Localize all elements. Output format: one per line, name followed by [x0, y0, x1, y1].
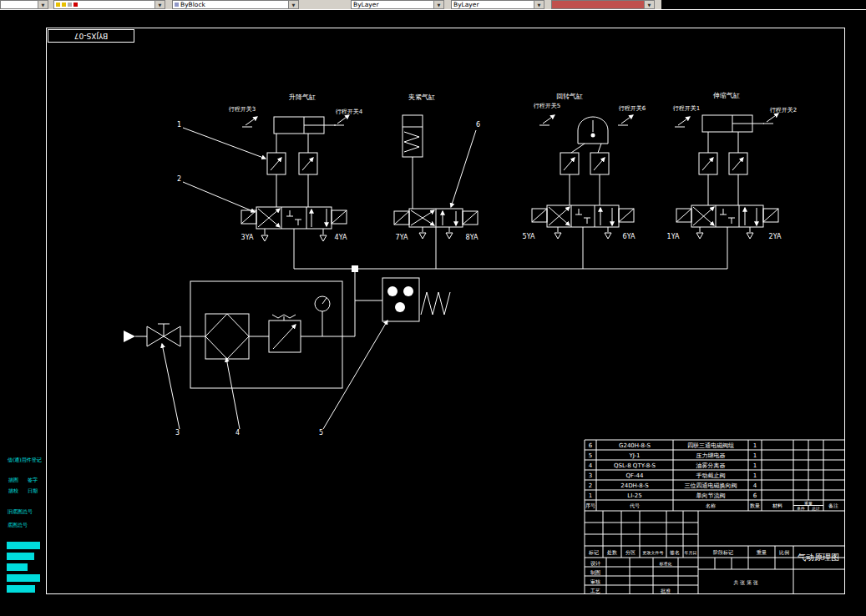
plotstyle-combo[interactable]: ▼	[551, 0, 655, 9]
layer-on-icon	[56, 3, 60, 7]
title-block[interactable]: 6 G240H-8-S 四联三通电磁阀组 1 5 YJ-1 压力继电器 1 4 …	[585, 440, 844, 594]
lineweight-combo-label: ByLayer	[453, 1, 479, 8]
limit-switch-label: 行程开关5	[534, 102, 560, 109]
margin-block	[7, 574, 40, 582]
dropdown-arrow-icon[interactable]: ▼	[154, 0, 165, 9]
margin-block	[7, 542, 40, 549]
margin-label: 签字	[28, 477, 38, 482]
dropdown-arrow-icon[interactable]: ▼	[288, 0, 299, 9]
part-no: 3	[589, 472, 592, 479]
col-header: 重量	[804, 501, 813, 506]
properties-toolbar: ▼ ▼ ByBlock ▼ ByLayer ▼	[0, 0, 661, 9]
air-supply-line[interactable]	[294, 265, 727, 336]
field-label: 分区	[625, 549, 636, 555]
part-ref-label: 5	[319, 429, 323, 437]
margin-block	[7, 553, 34, 560]
manual-shutoff-valve[interactable]	[124, 324, 180, 346]
field-label: 重量	[756, 549, 767, 555]
margin-block	[7, 563, 28, 571]
part-qty: 1	[753, 452, 757, 459]
dropdown-arrow-icon[interactable]: ▼	[534, 0, 544, 9]
part-name: 压力继电器	[696, 452, 726, 459]
drawing-title: 气动原理图	[798, 553, 839, 562]
margin-label: 描校	[8, 487, 18, 494]
layer-combo-field	[53, 0, 154, 9]
field-label: 共 张 第 张	[733, 579, 758, 586]
telescopic-cylinder-group[interactable]: 伸缩气缸 行程开关1 行程开关2	[667, 92, 798, 269]
part-leaders: 3 4 5	[162, 321, 387, 437]
col-header: 名称	[706, 502, 716, 509]
limit-switch-label: 行程开关3	[229, 105, 256, 113]
color-combo[interactable]: ByBlock ▼	[172, 0, 299, 9]
part-code: 24DH-8-S	[620, 482, 649, 489]
solenoid-label: 8YA	[466, 234, 479, 241]
solenoid-label: 6YA	[623, 233, 636, 240]
layer-combo[interactable]: ▼	[53, 0, 165, 9]
margin-label: 借(通)用件登记	[8, 457, 42, 463]
part-no: 2	[589, 482, 592, 489]
lift-cylinder-group[interactable]: 升降气缸 行程开关3 行程开关4	[177, 93, 363, 269]
clamp-cylinder-group[interactable]: 夹紧气缸 7YA 8YA 6	[394, 93, 480, 269]
field-label: 比例	[779, 549, 789, 556]
linetype-combo[interactable]: ByLayer ▼	[351, 0, 444, 9]
part-code: QSL-8 QTY-8-S	[614, 462, 656, 469]
part-ref-label: 2	[177, 175, 181, 183]
part-qty: 4	[753, 482, 757, 489]
solenoid-label: 7YA	[396, 234, 408, 241]
part-no: 4	[589, 462, 593, 469]
limit-switch-label: 行程开关4	[336, 108, 363, 115]
part-name: 油雾分离器	[696, 462, 726, 469]
solenoid-label: 4YA	[335, 234, 347, 241]
part-ref-label: 1	[177, 121, 181, 129]
cylinder-label: 夹紧气缸	[408, 93, 435, 101]
plotstyle-combo-field	[551, 0, 644, 9]
field-label: 处数	[606, 549, 617, 556]
field-label: 签名	[670, 549, 680, 556]
part-no: 6	[589, 442, 593, 449]
layer-thaw-icon	[62, 3, 66, 7]
part-ref-label: 3	[175, 429, 180, 437]
dropdown-arrow-icon[interactable]: ▼	[38, 0, 48, 9]
solenoid-label: 2YA	[769, 233, 782, 240]
rotary-cylinder-group[interactable]: 回转气缸 行程开关5 行程开关6	[523, 93, 646, 269]
col-header: 代号	[629, 502, 640, 508]
linetype-combo-label: ByLayer	[353, 1, 379, 8]
field-label: 年月日	[685, 550, 697, 556]
drawing-canvas[interactable]: BYJXS-07 借(通)用件登记 描图 签字 描校 日期 旧底图总号 底图总号…	[0, 0, 866, 616]
air-preparation-unit[interactable]	[180, 281, 342, 388]
layer-lock-icon	[68, 3, 72, 7]
part-ref-label: 6	[476, 121, 480, 129]
solenoid-label: 3YA	[241, 234, 254, 241]
part-ref-label: 4	[235, 429, 240, 437]
part-qty: 1	[753, 442, 757, 449]
doc-number: BYJXS-07	[74, 32, 108, 40]
field-label: 标准化	[659, 561, 672, 567]
solenoid-label: 5YA	[523, 233, 535, 240]
color-combo-label: ByBlock	[180, 1, 205, 8]
margin-label: 底图总号	[8, 522, 28, 528]
cylinder-label: 升降气缸	[289, 93, 316, 101]
field-label: 工艺	[590, 588, 600, 593]
field-label: 阶段标记	[713, 549, 733, 556]
dropdown-arrow-icon[interactable]: ▼	[433, 0, 444, 9]
part-name: 单向节流阀	[696, 492, 726, 499]
pressure-relay[interactable]	[382, 278, 450, 321]
part-name: 手动截止阀	[696, 472, 726, 479]
part-code: LI-25	[627, 492, 641, 499]
field-label: 标记	[588, 549, 599, 556]
field-label: 审核	[590, 578, 600, 584]
dropdown-arrow-icon[interactable]: ▼	[644, 0, 655, 9]
part-code: G240H-8-S	[619, 442, 651, 449]
part-code: YJ-1	[628, 452, 640, 459]
part-name: 三位四通电磁换向阀	[685, 482, 737, 489]
cylinder-label: 伸缩气缸	[712, 92, 740, 99]
solenoid-label: 1YA	[667, 233, 680, 240]
part-qty: 6	[753, 492, 757, 499]
view-combo[interactable]: ▼	[0, 0, 48, 9]
col-header: 数量	[750, 502, 760, 508]
limit-switch-label: 行程开关1	[673, 104, 700, 112]
field-label: 制图	[590, 569, 600, 576]
color-swatch-icon	[175, 3, 179, 7]
cad-application-window: ▼ ▼ ByBlock ▼ ByLayer ▼	[0, 0, 866, 616]
lineweight-combo[interactable]: ByLayer ▼	[451, 0, 544, 9]
